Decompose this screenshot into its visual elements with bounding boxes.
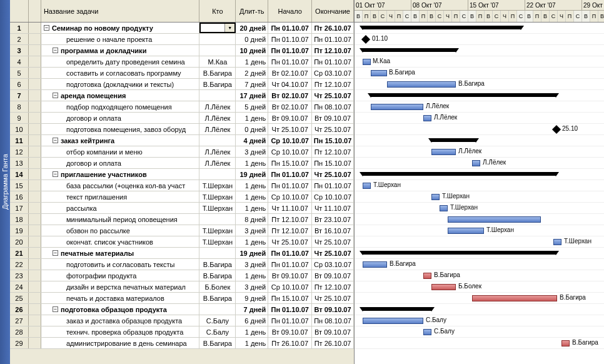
task-duration-cell[interactable]: 0 дней: [236, 124, 268, 134]
task-duration-cell[interactable]: 1 день: [236, 113, 268, 123]
task-duration-cell[interactable]: 1 день: [236, 180, 268, 191]
task-duration-cell[interactable]: 10 дней: [236, 45, 268, 56]
task-who-cell[interactable]: В.Багира: [199, 259, 236, 270]
col-number[interactable]: [10, 0, 29, 22]
task-duration-cell[interactable]: 1 день: [236, 326, 268, 337]
row-number[interactable]: 23: [10, 270, 29, 281]
task-duration-cell[interactable]: 7 дней: [236, 304, 268, 315]
col-end[interactable]: Окончание: [312, 0, 354, 22]
task-start-cell[interactable]: Вт 02.10.07: [268, 101, 312, 112]
task-name-cell[interactable]: технич. проверка образцов продукта: [41, 326, 200, 337]
task-start-cell[interactable]: Пн 01.10.07: [268, 315, 312, 326]
row-number[interactable]: 4: [10, 56, 29, 67]
task-name-cell[interactable]: −подготовка образцов продукта: [41, 304, 200, 315]
task-end-cell[interactable]: Пт 12.10.07: [312, 146, 354, 157]
task-bar[interactable]: [371, 104, 423, 110]
table-row[interactable]: 23фотографии продуктаВ.Багира1 деньВт 09…: [10, 270, 354, 281]
row-number[interactable]: 15: [10, 180, 29, 191]
task-end-cell[interactable]: Пн 08.10.07: [312, 315, 354, 326]
task-end-cell[interactable]: Вт 09.10.07: [312, 304, 354, 315]
task-name-cell[interactable]: база рассылки (+оценка кол-ва участ: [41, 180, 200, 191]
task-start-cell[interactable]: Пн 01.10.07: [268, 34, 312, 44]
task-start-cell[interactable]: Пн 01.10.07: [268, 248, 312, 258]
task-end-cell[interactable]: Чт 25.10.07: [312, 293, 354, 303]
task-start-cell[interactable]: Ср 10.10.07: [268, 135, 312, 146]
task-name-cell[interactable]: −Семинар по новому продукту: [41, 23, 200, 33]
task-name-cell[interactable]: определить дату проведения семина: [41, 56, 200, 67]
task-start-cell[interactable]: Пт 12.10.07: [268, 214, 312, 225]
task-bar[interactable]: [363, 183, 371, 189]
task-who-cell[interactable]: [199, 45, 236, 56]
table-row[interactable]: 26−подготовка образцов продукта7 днейПн …: [10, 304, 354, 315]
col-who[interactable]: Кто: [199, 0, 236, 22]
table-row[interactable]: 1−Семинар по новому продукту20 днейПн 01…: [10, 23, 354, 34]
task-name-cell[interactable]: печать и доставка материалов: [41, 293, 200, 303]
row-number[interactable]: 24: [10, 281, 29, 292]
task-bar[interactable]: [431, 149, 456, 155]
task-who-cell[interactable]: М.Каа: [199, 56, 236, 67]
collapse-toggle[interactable]: −: [53, 93, 58, 98]
task-duration-cell[interactable]: 1 день: [236, 203, 268, 213]
task-start-cell[interactable]: Пн 01.10.07: [268, 169, 312, 179]
task-bar[interactable]: [423, 115, 431, 121]
task-who-cell[interactable]: Т.Шерхан: [199, 236, 236, 247]
task-name-cell[interactable]: подготовить и согласовать тексты: [41, 259, 200, 270]
task-bar[interactable]: [363, 261, 387, 268]
table-row[interactable]: 16текст приглашенияТ.Шерхан1 деньСр 10.1…: [10, 191, 354, 203]
task-end-cell[interactable]: Чт 25.10.07: [312, 90, 354, 101]
row-number[interactable]: 16: [10, 191, 29, 202]
task-bar[interactable]: [363, 318, 423, 324]
task-end-cell[interactable]: Пн 01.10.07: [312, 56, 354, 67]
row-number[interactable]: 11: [10, 135, 29, 146]
task-start-cell[interactable]: Пн 01.10.07: [268, 45, 312, 56]
task-who-cell[interactable]: Т.Шерхан: [199, 203, 236, 213]
collapse-toggle[interactable]: −: [53, 306, 58, 312]
task-bar[interactable]: [371, 70, 387, 76]
task-bar[interactable]: [448, 216, 541, 223]
task-end-cell[interactable]: Пн 15.10.07: [312, 158, 354, 168]
task-who-cell[interactable]: Л.Лёлек: [199, 146, 236, 157]
task-end-cell[interactable]: Пт 12.10.07: [312, 281, 354, 292]
row-number[interactable]: 26: [10, 304, 29, 315]
task-start-cell[interactable]: Вт 09.10.07: [268, 113, 312, 123]
task-bar[interactable]: [423, 329, 431, 335]
task-start-cell[interactable]: Пн 01.10.07: [268, 304, 312, 315]
task-bar[interactable]: [561, 340, 570, 346]
table-row[interactable]: 8подбор подходящего помещенияЛ.Лёлек5 дн…: [10, 101, 354, 113]
task-end-cell[interactable]: Чт 25.10.07: [312, 248, 354, 258]
task-name-cell[interactable]: −заказ кейтринга: [41, 135, 200, 146]
col-start[interactable]: Начало: [268, 0, 312, 22]
task-who-cell[interactable]: [199, 135, 236, 146]
row-number[interactable]: 6: [10, 79, 29, 89]
task-bar[interactable]: [472, 295, 557, 301]
table-row[interactable]: 21−печатные материалы19 днейПн 01.10.07Ч…: [10, 248, 354, 259]
task-name-cell[interactable]: подбор подходящего помещения: [41, 101, 200, 112]
task-end-cell[interactable]: Вт 09.10.07: [312, 270, 354, 281]
task-end-cell[interactable]: Ср 03.10.07: [312, 259, 354, 270]
task-name-cell[interactable]: администрирование в день семинара: [41, 338, 200, 348]
row-number[interactable]: 5: [10, 68, 29, 78]
task-end-cell[interactable]: Пт 12.10.07: [312, 79, 354, 89]
task-name-cell[interactable]: рассылка: [41, 203, 200, 213]
table-row[interactable]: 11−заказ кейтринга4 днейСр 10.10.07Пн 15…: [10, 135, 354, 146]
table-row[interactable]: 22подготовить и согласовать текстыВ.Баги…: [10, 259, 354, 270]
task-duration-cell[interactable]: 4 дней: [236, 135, 268, 146]
task-duration-cell[interactable]: 17 дней: [236, 90, 268, 101]
row-number[interactable]: 10: [10, 124, 29, 134]
task-duration-cell[interactable]: 1 день: [236, 236, 268, 247]
task-start-cell[interactable]: Чт 11.10.07: [268, 203, 312, 213]
collapse-toggle[interactable]: −: [53, 48, 58, 53]
row-number[interactable]: 18: [10, 214, 29, 225]
summary-bar[interactable]: [431, 138, 476, 142]
table-row[interactable]: 14−приглашение участников19 днейПн 01.10…: [10, 169, 354, 180]
task-duration-cell[interactable]: 3 дней: [236, 225, 268, 236]
task-start-cell[interactable]: Пн 01.10.07: [268, 259, 312, 270]
row-number[interactable]: 21: [10, 248, 29, 258]
row-number[interactable]: 2: [10, 34, 29, 44]
task-end-cell[interactable]: Пт 26.10.07: [312, 338, 354, 348]
task-end-cell[interactable]: Пн 01.10.07: [312, 180, 354, 191]
task-bar[interactable]: [423, 273, 431, 279]
table-row[interactable]: 6подготовка (докладчики и тексты)В.Багир…: [10, 79, 354, 90]
task-end-cell[interactable]: Пн 01.10.07: [312, 34, 354, 44]
table-row[interactable]: 18минимальный период оповещения8 днейПт …: [10, 214, 354, 225]
